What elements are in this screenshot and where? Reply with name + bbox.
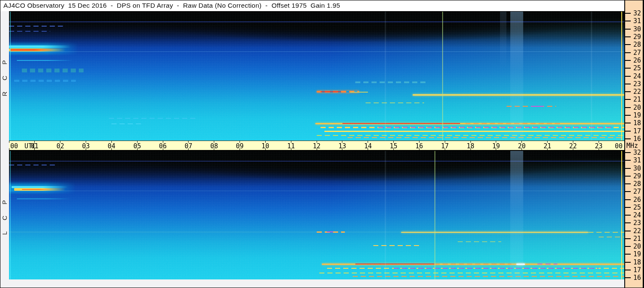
vertical-feature <box>500 12 506 141</box>
mhz-tick <box>625 262 631 263</box>
vertical-feature <box>10 12 11 141</box>
mhz-tick <box>625 68 631 69</box>
hour-label: 04 <box>108 142 115 150</box>
bottom-margin <box>0 279 624 288</box>
mhz-label: 30 <box>633 165 641 172</box>
mhz-tick <box>625 76 631 77</box>
mhz-label: 16 <box>633 135 641 143</box>
emission-streak <box>9 51 624 52</box>
mhz-tick <box>625 44 631 45</box>
page-title: AJ4CO Observatory 15 Dec 2016 - DPS on T… <box>3 2 340 9</box>
hour-label: 20 <box>518 142 526 150</box>
hour-label: 05 <box>133 142 141 150</box>
frequency-axis: MHz 323130292827262524232221201918171632… <box>624 0 643 288</box>
mhz-tick <box>625 199 631 200</box>
emission-streak <box>321 91 341 92</box>
emission-streak <box>9 26 63 27</box>
app-window: AJ4CO Observatory 15 Dec 2016 - DPS on T… <box>0 0 644 288</box>
spectrogram-lcp <box>9 151 624 279</box>
mhz-label: 22 <box>633 227 641 235</box>
mhz-label: 30 <box>633 25 641 33</box>
emission-streak <box>22 189 53 190</box>
mhz-tick <box>625 52 631 53</box>
emission-streak <box>355 81 427 84</box>
mhz-tick <box>625 60 631 61</box>
mhz-label: 23 <box>633 219 641 227</box>
emission-streak <box>350 92 368 93</box>
rcp-panel-label: R C P <box>1 48 9 104</box>
mhz-label: 31 <box>633 17 641 25</box>
hour-label: 01 <box>31 142 39 150</box>
hour-label: 09 <box>236 142 243 150</box>
mhz-label: 26 <box>633 57 641 64</box>
emission-streak <box>327 231 333 232</box>
emission-streak <box>17 60 73 61</box>
mhz-label: 20 <box>633 243 641 250</box>
emission-streak <box>22 69 84 72</box>
hour-label: 13 <box>338 142 346 150</box>
hour-label: 08 <box>210 142 218 150</box>
emission-streak <box>394 268 599 269</box>
hour-label: 00 <box>615 142 623 150</box>
vertical-feature <box>621 12 622 141</box>
emission-streak <box>365 102 425 103</box>
emission-streak <box>353 276 624 277</box>
hour-label: 07 <box>185 142 192 150</box>
mhz-tick <box>625 207 631 208</box>
hour-label: 00 <box>10 142 18 150</box>
emission-streak <box>373 245 422 246</box>
mhz-label: 19 <box>633 250 641 258</box>
mhz-tick <box>625 246 631 247</box>
mhz-tick <box>625 91 631 92</box>
hour-label: 18 <box>467 142 474 150</box>
vertical-feature <box>591 12 592 141</box>
mhz-label: 16 <box>633 274 641 282</box>
mhz-tick <box>625 168 631 169</box>
mhz-tick <box>625 36 631 37</box>
mhz-label: 17 <box>633 127 641 135</box>
mhz-tick <box>625 222 631 223</box>
mhz-label: 18 <box>633 119 641 127</box>
hour-label: 16 <box>415 142 423 150</box>
spectrogram-rcp <box>9 12 624 141</box>
mhz-label: 23 <box>633 80 641 88</box>
mhz-tick <box>625 13 631 14</box>
mhz-label: 18 <box>633 258 641 266</box>
hour-label: 15 <box>389 142 397 150</box>
emission-streak <box>324 131 624 132</box>
mhz-tick <box>625 21 631 21</box>
mhz-tick <box>625 123 631 123</box>
hour-label: 22 <box>569 142 577 150</box>
mhz-tick <box>625 29 631 30</box>
emission-streak <box>9 21 624 22</box>
mhz-label: 32 <box>633 9 641 17</box>
emission-streak <box>347 137 624 138</box>
hour-label: 03 <box>82 142 90 150</box>
mhz-tick <box>625 254 631 255</box>
mhz-label: 21 <box>633 96 641 103</box>
mhz-label: 24 <box>633 72 641 80</box>
emission-streak <box>319 273 624 273</box>
mhz-label: 28 <box>633 180 641 188</box>
hour-label: 14 <box>364 142 372 150</box>
hour-label: 21 <box>543 142 551 150</box>
mhz-label: 27 <box>633 49 641 57</box>
mhz-tick <box>625 138 631 139</box>
hour-tick <box>9 148 9 150</box>
mhz-tick <box>625 215 631 216</box>
mhz-tick <box>625 176 631 177</box>
hour-label: 02 <box>57 142 64 150</box>
mhz-label: 22 <box>633 88 641 96</box>
vertical-feature <box>510 151 523 279</box>
mhz-label: 28 <box>633 41 641 48</box>
mhz-tick <box>625 183 631 184</box>
hour-tick <box>9 141 9 143</box>
mhz-tick <box>625 277 631 278</box>
mhz-tick <box>625 152 631 153</box>
mhz-tick <box>625 107 631 108</box>
mhz-tick <box>625 231 631 231</box>
mhz-label: 31 <box>633 156 641 164</box>
vertical-feature <box>510 12 523 141</box>
vertical-feature <box>10 151 11 279</box>
hour-label: 19 <box>492 142 500 150</box>
